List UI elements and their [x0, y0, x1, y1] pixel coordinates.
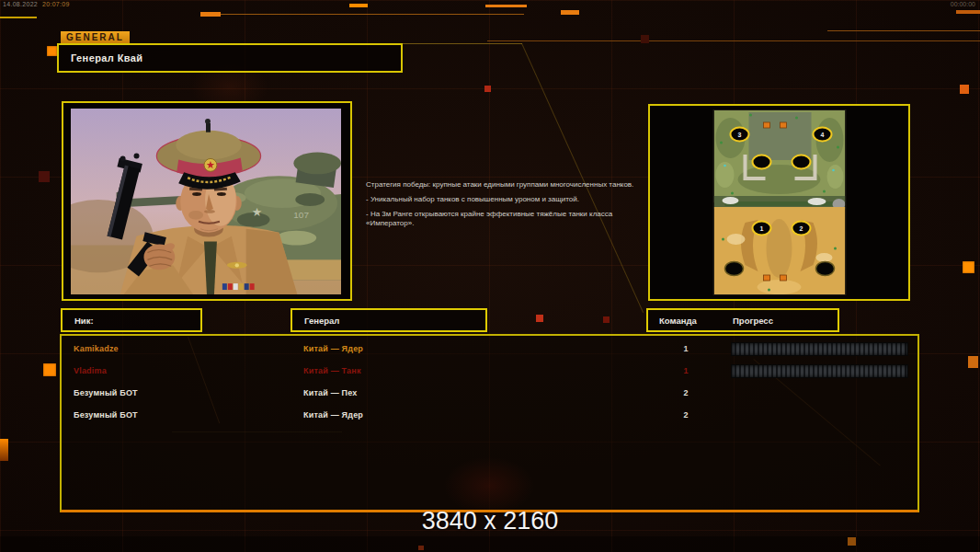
decor-square	[848, 537, 856, 546]
players-table: KamikadzeКитай — Ядер1VladimaКитай — Тан…	[62, 336, 917, 510]
player-general: Китай — Танк	[303, 366, 361, 375]
portrait-panel: ★ 107	[62, 101, 352, 301]
strategy-line: - На 3м Ранге открываются крайне эффекти…	[366, 210, 642, 226]
general-header-box: Генерал	[291, 308, 487, 332]
minimap-panel: 3 4 1 2	[648, 104, 910, 301]
strategy-line: Стратегия победы: крупные атаки едиными …	[366, 180, 642, 189]
decor-square	[484, 86, 491, 92]
player-nick: Безумный БОТ	[74, 388, 138, 397]
strategy-description: Стратегия победы: крупные атаки едиными …	[366, 180, 642, 234]
start-position-1: 1	[759, 225, 763, 232]
player-row[interactable]: Безумный БОТКитай — Ядер2	[62, 404, 917, 426]
decor-square	[641, 35, 649, 43]
resolution-label: 3840 x 2160	[0, 507, 980, 535]
decor-square	[200, 12, 221, 17]
bottom-shade	[0, 536, 980, 552]
player-team: 1	[667, 366, 704, 375]
svg-text:★: ★	[252, 205, 263, 219]
general-name-box: Генерал Квай	[57, 43, 403, 73]
player-row[interactable]: Безумный БОТКитай — Пех2	[62, 382, 917, 404]
decor-line	[0, 17, 37, 18]
player-nick: Kamikadze	[74, 344, 119, 353]
decor-line	[485, 5, 527, 7]
strategy-line: - Уникальный набор танков с повышенным у…	[366, 195, 642, 203]
general-portrait: ★ 107	[71, 109, 341, 294]
team-header-label: Команда	[659, 316, 697, 326]
player-team: 1	[667, 344, 704, 353]
player-nick: Безумный БОТ	[74, 410, 138, 420]
player-row[interactable]: VladimaКитай — Танк1	[62, 360, 917, 382]
decor-line	[402, 43, 522, 44]
player-row[interactable]: KamikadzeКитай — Ядер1	[62, 338, 917, 360]
decor-square	[963, 261, 974, 273]
date-label: 14.08.2022	[3, 1, 38, 7]
general-header-label: Генерал	[304, 316, 339, 326]
start-position-2: 2	[799, 225, 803, 232]
player-nick: Vladima	[74, 366, 107, 375]
player-general: Китай — Ядер	[303, 410, 363, 420]
player-team: 2	[667, 388, 704, 397]
general-name: Генерал Квай	[71, 52, 142, 63]
decor-square	[960, 85, 969, 94]
time-label: 20:07:09	[42, 1, 70, 7]
decor-square	[43, 363, 56, 376]
decor-diagonal	[521, 43, 644, 313]
player-team: 2	[667, 410, 704, 420]
decor-line	[827, 30, 980, 31]
decor-square	[956, 10, 980, 14]
decor-square	[39, 171, 50, 182]
datetime-overlay: 14.08.202220:07:09	[3, 1, 70, 7]
player-general: Китай — Ядер	[303, 344, 363, 353]
decor-line	[487, 40, 980, 41]
players-panel: KamikadzeКитай — Ядер1VladimaКитай — Тан…	[60, 334, 919, 512]
nick-header-box: Ник:	[61, 308, 202, 332]
decor-square	[0, 439, 8, 461]
player-general: Китай — Пех	[303, 388, 358, 397]
decor-square	[603, 316, 610, 323]
decor-square	[536, 315, 543, 322]
start-position-3: 3	[737, 132, 741, 138]
svg-text:107: 107	[293, 210, 309, 220]
progress-header-label: Прогресс	[733, 316, 773, 326]
decor-square	[561, 10, 579, 15]
decor-square	[47, 46, 57, 56]
player-progress-bar	[731, 364, 908, 378]
nick-header-label: Ник:	[74, 316, 94, 326]
game-lobby-screen: 14.08.202220:07:09 00:00:00 GENERAL Гене…	[0, 0, 980, 552]
match-timer: 00:00:00	[951, 1, 975, 7]
player-progress-bar	[731, 342, 908, 356]
team-progress-header-box: Команда Прогресс	[646, 308, 839, 332]
decor-line	[211, 14, 524, 15]
decor-square	[968, 356, 978, 368]
minimap: 3 4 1 2	[713, 110, 845, 294]
decor-square	[418, 546, 424, 550]
decor-line	[349, 4, 368, 7]
start-position-4: 4	[820, 132, 824, 138]
